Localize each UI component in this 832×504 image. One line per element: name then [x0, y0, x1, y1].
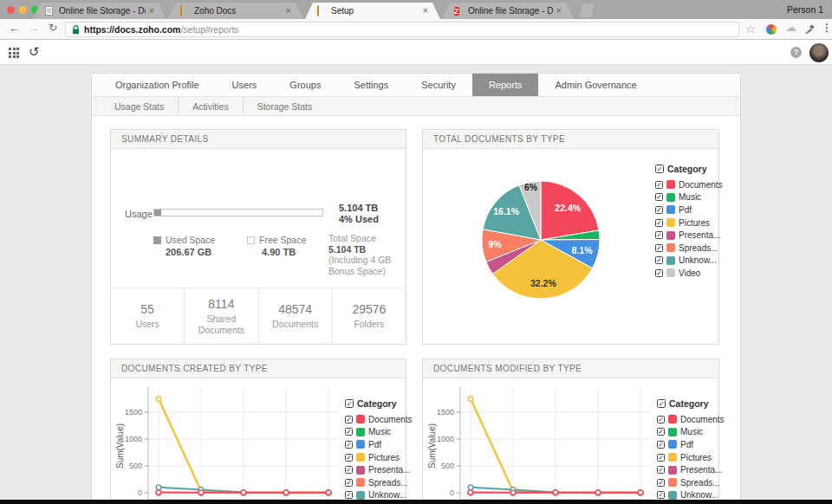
- tab-admin-governance[interactable]: Admin Governance: [538, 74, 653, 96]
- reload-icon[interactable]: ↻: [49, 22, 57, 34]
- legend-checkbox[interactable]: ✓: [657, 399, 666, 408]
- legend-checkbox[interactable]: ✓: [657, 466, 665, 474]
- legend-swatch: [668, 453, 677, 462]
- legend-swatch: [356, 440, 365, 449]
- legend-item-label: Documents: [368, 415, 413, 424]
- legend-swatch: [668, 440, 677, 449]
- setup-container: Organization Profile Users Groups Settin…: [91, 73, 741, 504]
- legend-checkbox[interactable]: ✓: [655, 256, 663, 264]
- svg-text:6%: 6%: [524, 182, 538, 192]
- subtab-activities[interactable]: Activities: [179, 97, 243, 115]
- legend-checkbox[interactable]: ✓: [655, 244, 663, 252]
- legend-item-label: Music: [680, 427, 703, 436]
- svg-text:9%: 9%: [489, 239, 503, 249]
- new-tab-button[interactable]: [579, 3, 595, 17]
- svg-text:22.4%: 22.4%: [555, 203, 581, 213]
- tab-settings[interactable]: Settings: [337, 74, 405, 96]
- legend-checkbox[interactable]: ✓: [345, 491, 353, 499]
- legend-item-label: Presenta...: [680, 465, 722, 475]
- browser-tab-1[interactable]: Online file Storage - Documen ×: [33, 3, 166, 19]
- legend-checkbox[interactable]: ✓: [657, 479, 665, 487]
- legend-checkbox[interactable]: ✓: [345, 479, 353, 487]
- apps-grid-icon[interactable]: [9, 48, 19, 58]
- legend-checkbox[interactable]: ✓: [345, 428, 353, 436]
- legend-item-label: Pdf: [680, 440, 693, 449]
- panel-title: SUMMARY DETAILS: [111, 130, 406, 149]
- usage-label: Usage: [125, 209, 153, 219]
- subtab-storage-stats[interactable]: Storage Stats: [244, 97, 327, 115]
- browser-tab-strip: Online file Storage - Documen × Zoho Doc…: [0, 0, 832, 19]
- usage-progress-fill: [154, 210, 161, 216]
- browser-tab-4[interactable]: Z Online file Storage - Documen ×: [442, 3, 574, 19]
- eyedropper-extension-icon[interactable]: [804, 24, 815, 35]
- window-close-icon[interactable]: [7, 6, 15, 14]
- svg-text:0: 0: [450, 488, 454, 497]
- legend-item: ✓Pdf: [345, 438, 413, 451]
- legend-checkbox[interactable]: ✓: [655, 193, 663, 201]
- legend-item-label: Spreads...: [680, 478, 720, 488]
- legend-item: ✓Documents: [345, 413, 413, 426]
- help-icon[interactable]: ?: [790, 47, 802, 58]
- legend-header: Category: [667, 164, 707, 174]
- bookmark-star-icon[interactable]: ☆: [745, 23, 756, 36]
- legend-checkbox[interactable]: ✓: [345, 466, 353, 474]
- legend-checkbox[interactable]: ✓: [655, 181, 663, 189]
- legend-checkbox[interactable]: ✓: [345, 454, 353, 462]
- tab-security[interactable]: Security: [405, 74, 472, 96]
- free-space-label: Free Space: [259, 235, 306, 245]
- tab-reports[interactable]: Reports: [472, 74, 539, 96]
- panel-title: TOTAL DOCUMENTS BY TYPE: [423, 130, 718, 149]
- window-minimize-icon[interactable]: [19, 6, 27, 14]
- legend-checkbox[interactable]: ✓: [657, 491, 665, 499]
- back-icon[interactable]: ←: [9, 22, 20, 35]
- folder-icon: [317, 5, 319, 16]
- legend-swatch: [356, 491, 365, 500]
- history-icon[interactable]: ↺: [29, 44, 40, 60]
- tab-close-icon[interactable]: ×: [556, 6, 562, 16]
- cloud-extension-icon[interactable]: ☁: [785, 21, 796, 34]
- svg-text:Sum(Value): Sum(Value): [115, 423, 125, 468]
- legend-checkbox[interactable]: ✓: [345, 441, 353, 449]
- tab-close-icon[interactable]: ×: [286, 6, 291, 16]
- legend-item: ✓Spreads...: [345, 476, 413, 489]
- legend-checkbox[interactable]: ✓: [655, 206, 663, 214]
- legend-checkbox[interactable]: ✓: [655, 219, 663, 227]
- svg-text:1500: 1500: [125, 408, 142, 417]
- legend-checkbox[interactable]: ✓: [657, 454, 665, 462]
- reports-content: SUMMARY DETAILS Usage 5.104 TB 4% Used U…: [92, 117, 740, 504]
- page-icon: [45, 6, 53, 16]
- tab-close-icon[interactable]: ×: [423, 6, 428, 16]
- legend-checkbox[interactable]: ✓: [655, 269, 663, 277]
- subtab-usage-stats[interactable]: Usage Stats: [101, 97, 179, 115]
- browser-profile-name[interactable]: Person 1: [787, 4, 823, 15]
- svg-text:Sum(Value): Sum(Value): [427, 423, 437, 468]
- legend-swatch: [668, 478, 677, 487]
- legend-checkbox[interactable]: ✓: [655, 231, 663, 239]
- setup-nav-tabs: Organization Profile Users Groups Settin…: [92, 74, 740, 96]
- tab-groups[interactable]: Groups: [273, 74, 337, 96]
- legend-swatch: [666, 256, 675, 265]
- color-wheel-extension-icon[interactable]: [766, 24, 777, 35]
- legend-checkbox[interactable]: ✓: [655, 165, 664, 173]
- legend-checkbox[interactable]: ✓: [657, 441, 665, 449]
- legend-item-label: Video: [679, 268, 700, 278]
- legend-item-label: Music: [679, 192, 701, 202]
- tab-users[interactable]: Users: [216, 74, 274, 96]
- legend-checkbox[interactable]: ✓: [657, 416, 665, 423]
- browser-tab-2[interactable]: Zoho Docs ×: [168, 3, 303, 19]
- avatar[interactable]: [809, 43, 829, 62]
- tab-close-icon[interactable]: ×: [149, 6, 154, 16]
- legend-checkbox[interactable]: ✓: [345, 399, 354, 408]
- forward-icon[interactable]: →: [29, 22, 40, 35]
- legend-checkbox[interactable]: ✓: [657, 428, 665, 436]
- legend-swatch: [356, 415, 365, 423]
- address-bar[interactable]: https://docs.zoho.com/setup#reports: [65, 22, 739, 37]
- tab-organization-profile[interactable]: Organization Profile: [99, 74, 216, 96]
- documents-modified-by-type-panel: DOCUMENTS MODIFIED BY TYPE 050010001500S…: [422, 359, 719, 504]
- used-space-value: 206.67 GB: [166, 247, 211, 257]
- browser-menu-icon[interactable]: ⋮: [822, 22, 832, 34]
- legend-checkbox[interactable]: ✓: [345, 416, 353, 423]
- legend-item-label: Presenta...: [679, 230, 720, 240]
- browser-tab-3-active[interactable]: Setup ×: [305, 3, 440, 19]
- legend-swatch: [666, 193, 675, 202]
